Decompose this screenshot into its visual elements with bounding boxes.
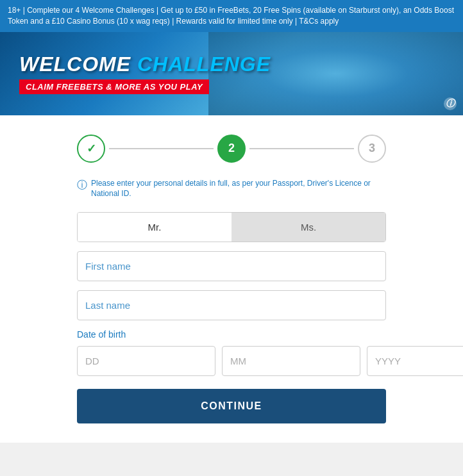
step-1-circle: ✓ [77, 135, 105, 163]
ms-button[interactable]: Ms. [232, 213, 385, 242]
welcome-challenge-banner: WELCOME CHALLENGE CLAIM FREEBETS & MORE … [0, 32, 463, 115]
step-1-checkmark: ✓ [87, 142, 96, 156]
banner-title: WELCOME CHALLENGE [19, 53, 444, 76]
info-icon: ⓘ [77, 179, 87, 192]
last-name-input[interactable] [77, 290, 386, 320]
step-3-label: 3 [369, 142, 375, 155]
banner-title-welcome: WELCOME [19, 53, 137, 76]
dob-label: Date of birth [77, 329, 386, 340]
step-indicator: ✓ 2 3 [77, 135, 386, 163]
continue-button[interactable]: CONTINUE [77, 389, 386, 423]
step-line-2 [249, 148, 354, 149]
dob-day-input[interactable] [77, 346, 215, 376]
registration-form: ✓ 2 3 ⓘ Please enter your personal detai… [0, 115, 463, 443]
step-2-label: 2 [228, 142, 235, 155]
info-row: ⓘ Please enter your personal details in … [77, 178, 386, 200]
title-toggle: Mr. Ms. [77, 212, 386, 242]
banner-subtitle: CLAIM FREEBETS & MORE AS YOU PLAY [19, 79, 209, 94]
banner-info-icon[interactable]: ⓘ [444, 97, 457, 110]
banner-title-challenge: CHALLENGE [137, 53, 271, 76]
banner-content: WELCOME CHALLENGE CLAIM FREEBETS & MORE … [19, 53, 444, 94]
dob-year-input[interactable] [367, 346, 463, 376]
promo-banner: 18+ | Complete our 4 Welcome Challenges … [0, 0, 463, 32]
dob-row [77, 346, 386, 376]
mr-button[interactable]: Mr. [78, 213, 232, 242]
step-3-circle: 3 [358, 135, 386, 163]
info-text: Please enter your personal details in fu… [91, 178, 386, 200]
step-line-1 [109, 148, 214, 149]
first-name-input[interactable] [77, 251, 386, 281]
dob-month-input[interactable] [222, 346, 360, 376]
step-2-circle: 2 [217, 135, 246, 163]
promo-text: 18+ | Complete our 4 Welcome Challenges … [8, 6, 454, 26]
